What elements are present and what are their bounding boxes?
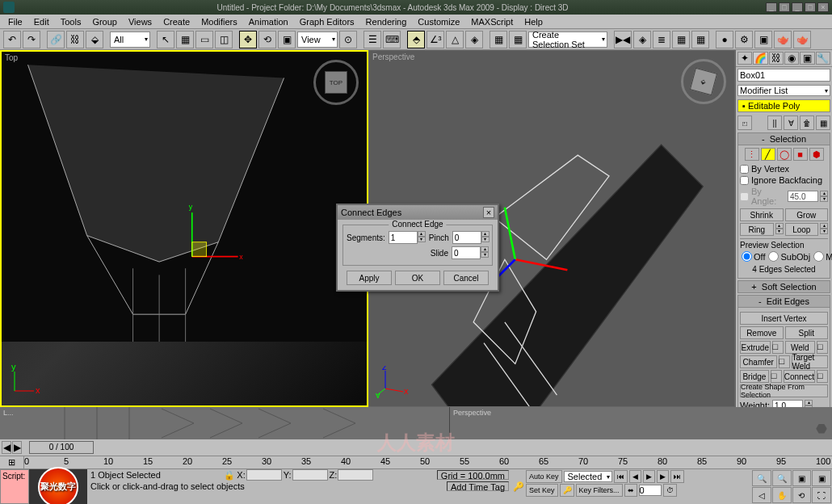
- keyboard-button[interactable]: ⌨: [383, 31, 401, 48]
- modifier-list-dropdown[interactable]: Modifier List: [737, 85, 830, 96]
- steering-wheel-icon[interactable]: ⬣: [816, 421, 827, 436]
- viewport-top[interactable]: Top x y: [0, 50, 368, 407]
- key-toggle-button[interactable]: ⬌: [624, 484, 637, 497]
- goto-end-button[interactable]: ⏭: [670, 470, 684, 483]
- mirror-button[interactable]: ▶◀: [614, 31, 632, 48]
- show-end-result-icon[interactable]: ||: [767, 116, 782, 130]
- preview-off-radio[interactable]: [742, 251, 752, 262]
- bind-button[interactable]: ⬙: [86, 31, 103, 48]
- create-tab[interactable]: ✦: [737, 52, 752, 65]
- close-button[interactable]: ×: [817, 2, 829, 12]
- menu-create[interactable]: Create: [158, 15, 195, 28]
- spinner-snap-button[interactable]: ◈: [465, 31, 483, 48]
- stack-editable-poly[interactable]: ▪Editable Poly: [738, 100, 830, 111]
- ignore-backfacing-checkbox[interactable]: [740, 176, 749, 185]
- named-sel-button[interactable]: ▦: [490, 31, 507, 48]
- menu-graph-editors[interactable]: Graph Editors: [295, 15, 359, 28]
- render-button[interactable]: 🫖: [793, 31, 811, 48]
- coord-z-input[interactable]: [338, 469, 373, 481]
- lock-icon[interactable]: 🔒: [224, 472, 235, 478]
- move-button[interactable]: ✥: [239, 31, 257, 48]
- render-setup-button[interactable]: ⚙: [735, 31, 753, 48]
- extrude-settings-button[interactable]: □: [772, 341, 784, 354]
- next-frame-button[interactable]: ▶: [657, 470, 669, 483]
- pan-button[interactable]: ✋: [772, 487, 792, 503]
- align-button[interactable]: ◈: [633, 31, 651, 48]
- quick-render-button[interactable]: 🫖: [774, 31, 792, 48]
- menu-maxscript[interactable]: MAXScript: [466, 15, 518, 28]
- coord-y-input[interactable]: [292, 469, 328, 481]
- insert-vertex-button[interactable]: Insert Vertex: [740, 312, 828, 325]
- coord-x-input[interactable]: [246, 469, 282, 481]
- undo-button[interactable]: ↶: [3, 31, 21, 48]
- select-button[interactable]: ↖: [157, 31, 174, 48]
- loop-button[interactable]: Loop: [785, 223, 819, 236]
- snap-button[interactable]: ⬘: [407, 31, 425, 48]
- element-subobj-icon[interactable]: ⬢: [809, 148, 824, 161]
- set-key-button[interactable]: Set Key: [526, 484, 558, 497]
- zoom-extents-all-button[interactable]: ▣: [812, 470, 831, 486]
- fov-button[interactable]: ◁: [752, 487, 771, 503]
- timeline-prev-button[interactable]: ◀: [2, 441, 11, 454]
- bridge-settings-button[interactable]: □: [771, 370, 782, 383]
- time-ruler[interactable]: ⊞ 05101520253035404550556065707580859095…: [0, 456, 832, 468]
- zoom-all-button[interactable]: 🔍: [772, 470, 792, 486]
- edge-subobj-icon[interactable]: ╱: [761, 148, 775, 161]
- auto-key-button[interactable]: Auto Key: [526, 470, 562, 483]
- display-tab[interactable]: ▣: [800, 52, 814, 65]
- select-region-button[interactable]: ▭: [195, 31, 213, 48]
- minimize-button[interactable]: _: [766, 2, 777, 12]
- weld-settings-button[interactable]: □: [817, 341, 828, 354]
- manipulate-button[interactable]: ☰: [363, 31, 381, 48]
- angle-snap-button[interactable]: ∠³: [427, 31, 444, 48]
- viewcube-top[interactable]: TOP: [312, 58, 360, 107]
- goto-start-button[interactable]: ⏮: [614, 470, 628, 483]
- pin-stack-icon[interactable]: ⏍: [737, 116, 752, 130]
- ref-coord-dropdown[interactable]: View: [297, 32, 338, 48]
- percent-snap-button[interactable]: △: [446, 31, 464, 48]
- pinch-input[interactable]: [452, 231, 481, 244]
- dialog-close-button[interactable]: ×: [483, 207, 494, 218]
- make-unique-icon[interactable]: ∀: [784, 116, 798, 130]
- by-vertex-checkbox[interactable]: [740, 165, 749, 174]
- prev-frame-button[interactable]: ◀: [629, 470, 641, 483]
- render-frame-button[interactable]: ▣: [754, 31, 772, 48]
- viewcube-persp[interactable]: ⬙: [679, 57, 728, 106]
- motion-tab[interactable]: ◉: [784, 52, 799, 65]
- window-crossing-button[interactable]: ◫: [215, 31, 233, 48]
- hierarchy-tab[interactable]: ⛓: [769, 52, 784, 65]
- ring-button[interactable]: Ring: [740, 223, 774, 236]
- menu-file[interactable]: File: [3, 15, 27, 28]
- configure-sets-icon[interactable]: ▦: [816, 116, 830, 130]
- frame-slider[interactable]: 0 / 100: [29, 441, 94, 454]
- split-button[interactable]: Split: [785, 326, 829, 339]
- restore-button[interactable]: □: [779, 2, 790, 12]
- comm-center-icon[interactable]: 🔑: [512, 469, 525, 504]
- modify-tab[interactable]: 🌈: [753, 52, 767, 65]
- preview-subobj-radio[interactable]: [768, 251, 779, 262]
- preview-multi-radio[interactable]: [813, 251, 824, 262]
- material-editor-button[interactable]: ●: [716, 31, 733, 48]
- edit-edges-rollout-head[interactable]: - Edit Edges: [737, 295, 830, 308]
- chamfer-button[interactable]: Chamfer: [740, 355, 777, 368]
- timeline-next-button[interactable]: ▶: [12, 441, 22, 454]
- remove-button[interactable]: Remove: [740, 326, 784, 339]
- soft-selection-rollout-head[interactable]: + Soft Selection: [737, 280, 830, 293]
- ok-button[interactable]: OK: [395, 271, 440, 285]
- selection-rollout-head[interactable]: - Selection: [737, 132, 830, 145]
- script-listener[interactable]: Script:: [0, 469, 29, 504]
- menu-modifiers[interactable]: Modifiers: [196, 15, 242, 28]
- selection-filter-dropdown[interactable]: All: [110, 32, 150, 48]
- schematic-button[interactable]: ▦: [691, 31, 709, 48]
- menu-tools[interactable]: Tools: [56, 15, 86, 28]
- selection-set-dropdown[interactable]: Create Selection Set: [528, 32, 607, 48]
- zoom-button[interactable]: 🔍: [752, 470, 771, 486]
- polygon-subobj-icon[interactable]: ■: [793, 148, 808, 161]
- menu-help[interactable]: Help: [519, 15, 548, 28]
- chamfer-settings-button[interactable]: □: [779, 355, 790, 368]
- utilities-tab[interactable]: 🔧: [816, 52, 830, 65]
- window-minimize-button[interactable]: _: [792, 2, 803, 12]
- link-button[interactable]: 🔗: [47, 31, 65, 48]
- time-config-button[interactable]: ⏱: [663, 484, 677, 497]
- key-filters-button[interactable]: Key Filters...: [576, 484, 623, 497]
